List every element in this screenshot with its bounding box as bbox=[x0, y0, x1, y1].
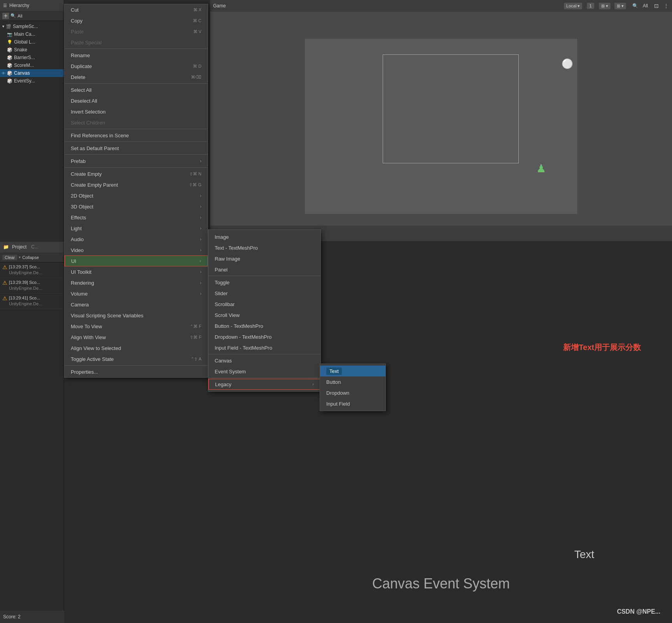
sub-scrollbar[interactable]: Scrollbar bbox=[208, 299, 320, 310]
hierarchy-item-maincamera[interactable]: 📷 Main Ca... bbox=[0, 30, 64, 38]
collapse-button[interactable]: Collapse bbox=[22, 255, 39, 260]
ctx-volume[interactable]: Volume › bbox=[65, 288, 208, 299]
ctx-light[interactable]: Light › bbox=[65, 223, 208, 234]
ctx-copy[interactable]: Copy ⌘ C bbox=[65, 15, 208, 26]
eventsys-icon: 🎲 bbox=[7, 79, 12, 84]
sub-dropdown-tmp[interactable]: Dropdown - TextMeshPro bbox=[208, 331, 320, 342]
hierarchy-item-canvas[interactable]: 👁 🎲 Canvas bbox=[0, 69, 64, 77]
leg-dropdown-label: Dropdown bbox=[326, 390, 349, 396]
warn-icon-3: ⚠ bbox=[2, 295, 7, 301]
sub-image[interactable]: Image bbox=[208, 231, 320, 242]
game-content: ♟ ⚪ ⊙ 👤 ○ 🎥 ⚡ bbox=[210, 12, 672, 241]
ctx-toggle-active[interactable]: Toggle Active State ⌃⇧ A bbox=[65, 354, 208, 364]
hierarchy-item-globallight[interactable]: 💡 Global L... bbox=[0, 38, 64, 46]
sub-slider[interactable]: Slider bbox=[208, 288, 320, 299]
grid-btn-1[interactable]: ⊞ ▾ bbox=[599, 3, 611, 9]
ctx-create-empty-parent[interactable]: Create Empty Parent ⇧⌘ G bbox=[65, 179, 208, 190]
hierarchy-item-snake[interactable]: 🎲 Snake bbox=[0, 46, 64, 54]
light-label: Global L... bbox=[14, 39, 35, 45]
num-btn[interactable]: 1 bbox=[587, 3, 594, 9]
grid-btn-2[interactable]: ⊞ ▾ bbox=[614, 3, 626, 9]
ctx-move-to-view[interactable]: Move To View ⌃⌘ F bbox=[65, 321, 208, 332]
add-button[interactable]: + bbox=[2, 13, 9, 19]
project-title: Project bbox=[12, 244, 26, 250]
score-label: Score: 2 bbox=[3, 614, 21, 620]
sub-text-mesh-pro[interactable]: Text - TextMeshPro bbox=[208, 242, 320, 253]
ctx-cut[interactable]: Cut ⌘ X bbox=[65, 4, 208, 15]
ctx-toggle-active-shortcut: ⌃⇧ A bbox=[191, 357, 201, 362]
ctx-delete[interactable]: Delete ⌘⌫ bbox=[65, 72, 208, 82]
ctx-find-refs[interactable]: Find References in Scene bbox=[65, 130, 208, 141]
sub-scroll-view[interactable]: Scroll View bbox=[208, 310, 320, 320]
ctx-visual-scripting-label: Visual Scripting Scene Variables bbox=[71, 313, 144, 318]
sub-image-label: Image bbox=[215, 234, 229, 240]
log-item-1[interactable]: ⚠ [13:29:37] Sco... UnityEngine.De... bbox=[0, 262, 64, 278]
video-arrow-icon: › bbox=[200, 247, 201, 253]
ctx-prefab[interactable]: Prefab › bbox=[65, 156, 208, 166]
snake-label: Snake bbox=[14, 47, 27, 52]
ctx-move-to-view-label: Move To View bbox=[71, 324, 102, 329]
more-icon[interactable]: ⋮ bbox=[663, 3, 669, 9]
ctx-visual-scripting[interactable]: Visual Scripting Scene Variables bbox=[65, 310, 208, 321]
log-item-3[interactable]: ⚠ [13:29:41] Sco... UnityEngine.De... bbox=[0, 294, 64, 309]
ctx-duplicate[interactable]: Duplicate ⌘ D bbox=[65, 61, 208, 72]
local-btn[interactable]: Local ▾ bbox=[564, 3, 582, 9]
hierarchy-item-barriers[interactable]: 🎲 BarrierS... bbox=[0, 54, 64, 61]
ctx-camera[interactable]: Camera bbox=[65, 299, 208, 310]
sub-scrollbar-label: Scrollbar bbox=[215, 301, 234, 307]
ctx-properties[interactable]: Properties... bbox=[65, 366, 208, 377]
ctx-invert-selection[interactable]: Invert Selection bbox=[65, 106, 208, 117]
ctx-delete-label: Delete bbox=[71, 74, 86, 80]
sub-panel[interactable]: Panel bbox=[208, 264, 320, 275]
ctx-move-to-view-shortcut: ⌃⌘ F bbox=[190, 324, 201, 329]
sub-toggle[interactable]: Toggle bbox=[208, 277, 320, 288]
ctx-audio[interactable]: Audio › bbox=[65, 234, 208, 245]
leg-button[interactable]: Button bbox=[320, 376, 385, 387]
leg-dropdown[interactable]: Dropdown bbox=[320, 387, 385, 398]
ctx-set-default-parent[interactable]: Set as Default Parent bbox=[65, 143, 208, 154]
hierarchy-item-samplescene[interactable]: ▼ 🎬 SampleSc... bbox=[0, 23, 64, 30]
sub-input-field-tmp[interactable]: Input Field - TextMeshPro bbox=[208, 342, 320, 353]
ctx-ui-toolkit[interactable]: UI Toolkit › bbox=[65, 266, 208, 277]
game-scene: ♟ ⚪ bbox=[305, 39, 577, 214]
leg-text[interactable]: Text bbox=[320, 366, 385, 376]
layout-icon[interactable]: ⊡ bbox=[654, 3, 659, 9]
ctx-rename[interactable]: Rename bbox=[65, 50, 208, 61]
ctx-2d-object[interactable]: 2D Object › bbox=[65, 190, 208, 201]
game-toolbar: Game Local ▾ 1 ⊞ ▾ ⊞ ▾ 🔍 All ⊡ ⋮ bbox=[210, 0, 672, 12]
submenu-legacy: Text Button Dropdown Input Field bbox=[320, 364, 386, 411]
barrier-label: BarrierS... bbox=[14, 55, 35, 60]
ctx-align-with-view[interactable]: Align With View ⇧⌘ F bbox=[65, 332, 208, 343]
ctx-select-all-label: Select All bbox=[71, 87, 91, 93]
ctx-3d-object[interactable]: 3D Object › bbox=[65, 201, 208, 212]
search-circle-icon: 🔍 bbox=[632, 3, 638, 9]
ctx-effects[interactable]: Effects › bbox=[65, 212, 208, 223]
ctx-align-with-view-shortcut: ⇧⌘ F bbox=[190, 335, 201, 340]
ctx-align-view-to-selected[interactable]: Align View to Selected bbox=[65, 343, 208, 354]
project-header: 📁 Project C... bbox=[0, 242, 64, 252]
clear-button[interactable]: Clear bbox=[2, 255, 17, 260]
hierarchy-item-scorem[interactable]: 🎲 ScoreM... bbox=[0, 61, 64, 69]
log-item-2[interactable]: ⚠ [13:29:39] Sco... UnityEngine.De... bbox=[0, 278, 64, 294]
ctx-select-all[interactable]: Select All bbox=[65, 84, 208, 95]
ctx-rendering[interactable]: Rendering › bbox=[65, 277, 208, 288]
ctx-paste-special: Paste Special bbox=[65, 37, 208, 48]
scene-icon: 🎬 bbox=[6, 24, 11, 29]
ctx-ui[interactable]: UI › bbox=[65, 256, 208, 266]
sub-event-system[interactable]: Event System bbox=[208, 366, 320, 377]
sub-legacy[interactable]: Legacy › bbox=[208, 379, 320, 390]
sub-button-tmp[interactable]: Button - TextMeshPro bbox=[208, 320, 320, 331]
ctx-video[interactable]: Video › bbox=[65, 245, 208, 256]
ctx-create-empty[interactable]: Create Empty ⇧⌘ N bbox=[65, 168, 208, 179]
hierarchy-item-eventsystem[interactable]: 🎲 EventSy... bbox=[0, 77, 64, 85]
scorem-label: ScoreM... bbox=[14, 63, 34, 68]
leg-input-field[interactable]: Input Field bbox=[320, 398, 385, 409]
leg-button-label: Button bbox=[326, 379, 341, 385]
ctx-paste-special-label: Paste Special bbox=[71, 40, 102, 46]
context-menu: Cut ⌘ X Copy ⌘ C Paste ⌘ V Paste Special… bbox=[64, 4, 208, 378]
console-title: C... bbox=[31, 244, 38, 250]
ctx-deselect-all[interactable]: Deselect All bbox=[65, 95, 208, 106]
sub-raw-image[interactable]: Raw Image bbox=[208, 253, 320, 264]
camera-icon: 📷 bbox=[7, 32, 12, 37]
sub-canvas[interactable]: Canvas bbox=[208, 355, 320, 366]
